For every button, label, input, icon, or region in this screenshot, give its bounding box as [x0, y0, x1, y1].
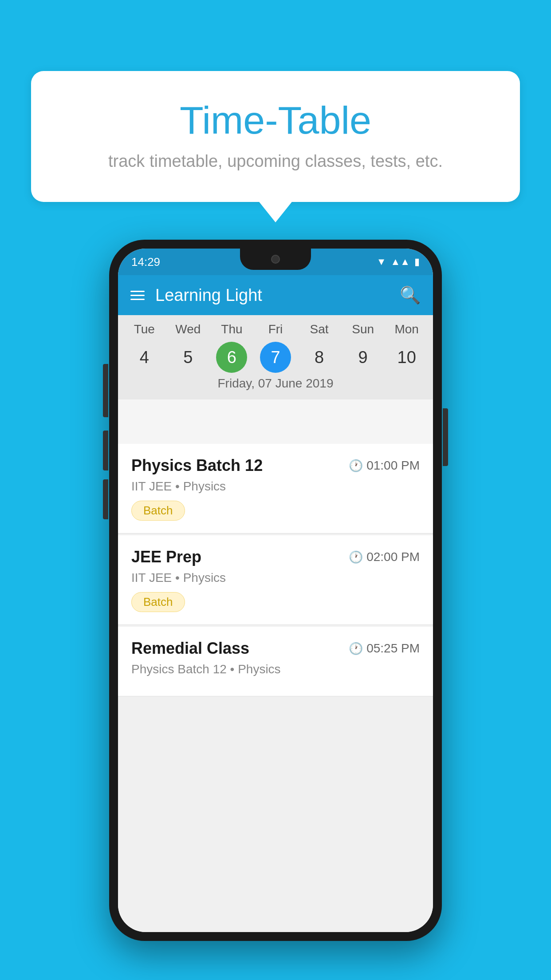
volume-down-button [103, 479, 108, 519]
schedule-time-value-1: 01:00 PM [366, 458, 420, 473]
hamburger-line-2 [130, 295, 145, 296]
clock-icon-2: 🕐 [349, 550, 363, 564]
schedule-title-1: Physics Batch 12 [131, 456, 263, 475]
schedule-time-2: 🕐 02:00 PM [349, 550, 420, 564]
day-number-10: 10 [391, 342, 422, 373]
hamburger-menu[interactable] [130, 291, 145, 300]
day-number-7-selected: 7 [260, 342, 291, 373]
speech-bubble: Time-Table track timetable, upcoming cla… [31, 71, 520, 202]
front-camera [271, 255, 280, 264]
bubble-subtitle: track timetable, upcoming classes, tests… [67, 152, 484, 171]
notch [240, 249, 311, 270]
clock-icon-1: 🕐 [349, 459, 363, 473]
schedule-subtitle-2: IIT JEE • Physics [131, 571, 420, 585]
calendar-strip: Tue Wed Thu Fri Sat Sun Mon 4 5 [118, 315, 433, 399]
day-header-fri: Fri [254, 322, 298, 336]
day-cell-10[interactable]: 10 [385, 342, 429, 373]
status-icons: ▼ ▲▲ ▮ [377, 256, 420, 268]
signal-icon: ▲▲ [390, 256, 410, 268]
schedule-item-header-3: Remedial Class 🕐 05:25 PM [131, 639, 420, 658]
phone-screen: 14:29 ▼ ▲▲ ▮ Learning Light 🔍 [118, 249, 433, 932]
schedule-title-3: Remedial Class [131, 639, 249, 658]
schedule-item-header-1: Physics Batch 12 🕐 01:00 PM [131, 456, 420, 475]
schedule-item-physics-batch-12[interactable]: Physics Batch 12 🕐 01:00 PM IIT JEE • Ph… [118, 444, 433, 533]
schedule-subtitle-3: Physics Batch 12 • Physics [131, 662, 420, 676]
schedule-time-1: 🕐 01:00 PM [349, 458, 420, 473]
day-cell-6[interactable]: 6 [210, 342, 254, 373]
day-cell-4[interactable]: 4 [122, 342, 166, 373]
hamburger-line-3 [130, 299, 145, 300]
day-numbers: 4 5 6 7 8 9 [118, 340, 433, 376]
hamburger-line-1 [130, 291, 145, 292]
calendar-date-label: Friday, 07 June 2019 [118, 376, 433, 394]
clock-icon-3: 🕐 [349, 642, 363, 656]
day-cell-9[interactable]: 9 [341, 342, 385, 373]
day-header-tue: Tue [122, 322, 166, 336]
phone-frame: 14:29 ▼ ▲▲ ▮ Learning Light 🔍 [109, 240, 442, 941]
app-bar: Learning Light 🔍 [118, 275, 433, 315]
app-title: Learning Light [155, 286, 400, 305]
day-number-4: 4 [129, 342, 160, 373]
status-time: 14:29 [131, 255, 160, 269]
speech-bubble-wrapper: Time-Table track timetable, upcoming cla… [31, 71, 520, 202]
schedule-time-value-3: 05:25 PM [366, 641, 420, 656]
day-header-sun: Sun [341, 322, 385, 336]
batch-badge-1: Batch [131, 501, 185, 521]
day-number-5: 5 [173, 342, 204, 373]
search-button[interactable]: 🔍 [400, 285, 421, 305]
schedule-title-2: JEE Prep [131, 548, 201, 566]
day-header-sat: Sat [297, 322, 341, 336]
schedule-container: Physics Batch 12 🕐 01:00 PM IIT JEE • Ph… [118, 444, 433, 932]
day-cell-7[interactable]: 7 [254, 342, 298, 373]
power-button [443, 408, 448, 466]
schedule-item-jee-prep[interactable]: JEE Prep 🕐 02:00 PM IIT JEE • Physics Ba… [118, 535, 433, 625]
day-header-mon: Mon [385, 322, 429, 336]
day-number-6-today: 6 [216, 342, 247, 373]
battery-icon: ▮ [414, 256, 420, 268]
schedule-time-value-2: 02:00 PM [366, 550, 420, 564]
bubble-title: Time-Table [67, 98, 484, 143]
phone-wrapper: 14:29 ▼ ▲▲ ▮ Learning Light 🔍 [109, 240, 442, 941]
schedule-time-3: 🕐 05:25 PM [349, 641, 420, 656]
schedule-subtitle-1: IIT JEE • Physics [131, 479, 420, 494]
day-header-thu: Thu [210, 322, 254, 336]
batch-badge-2: Batch [131, 592, 185, 612]
volume-up-button [103, 431, 108, 470]
schedule-item-header-2: JEE Prep 🕐 02:00 PM [131, 548, 420, 566]
schedule-item-remedial-class[interactable]: Remedial Class 🕐 05:25 PM Physics Batch … [118, 627, 433, 696]
wifi-icon: ▼ [377, 256, 386, 268]
day-number-8: 8 [304, 342, 335, 373]
day-headers: Tue Wed Thu Fri Sat Sun Mon [118, 315, 433, 340]
day-header-wed: Wed [166, 322, 210, 336]
day-cell-8[interactable]: 8 [297, 342, 341, 373]
day-number-9: 9 [347, 342, 378, 373]
day-cell-5[interactable]: 5 [166, 342, 210, 373]
